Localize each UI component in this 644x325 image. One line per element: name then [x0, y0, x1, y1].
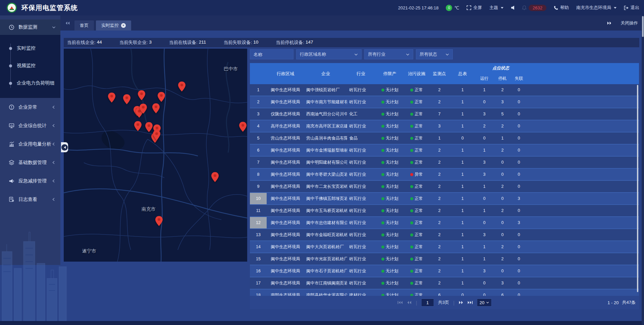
table-row[interactable]: 11阆中生态环境局阆中市五马桥页岩机砖砖瓦行业无计划正常21120 — [250, 205, 639, 216]
table-row[interactable]: 12阆中生态环境局阆中市忠信建材有限公砖瓦行业无计划正常21003 — [250, 217, 639, 228]
map-pin-icon[interactable] — [153, 130, 160, 140]
cell-facility: 正常 — [405, 268, 428, 274]
page-number-input[interactable] — [421, 299, 434, 307]
chevron-left-icon — [52, 179, 56, 183]
cell-meters: 1 — [450, 172, 475, 177]
table-row[interactable]: 1阆中生态环境局阆中强锐页岩砖厂砖瓦行业无计划正常21120 — [250, 84, 639, 96]
table-row[interactable]: 7阆中生态环境局阆中明阳建材有限公司砖瓦行业无计划正常21300 — [250, 157, 639, 168]
map-pin-icon[interactable] — [211, 172, 219, 182]
sidebar-item-emergency-reduction[interactable]: 应急减排管理 — [0, 172, 60, 190]
chevron-left-icon — [52, 142, 56, 146]
industry-select[interactable]: 所有行业 — [364, 49, 413, 59]
close-icon[interactable]: ✕ — [121, 23, 126, 28]
cell-meters: 1 — [450, 112, 475, 116]
last-page-button[interactable] — [468, 301, 473, 305]
table-row[interactable]: 5营山生态环境局营山县润丰肉食品有限食品无计划正常10010 — [250, 132, 639, 144]
map-pin-icon[interactable] — [134, 121, 142, 131]
table-row[interactable]: 15阆中生态环境局阆中市光富页岩机砖厂砖瓦行业无计划正常21120 — [250, 253, 639, 265]
prev-page-button[interactable] — [407, 301, 412, 305]
table-row[interactable]: 18南部生态环境局南部县砖华水泥有限公建材行业无计划正常60060 — [250, 289, 639, 296]
sidebar-item-log-view[interactable]: 日志查看 — [0, 190, 60, 209]
map-pin-icon[interactable] — [178, 82, 185, 92]
status-dot-icon — [381, 209, 384, 212]
page-size-select[interactable]: 20 — [477, 299, 491, 307]
map-pin-icon[interactable] — [145, 122, 153, 132]
tabs-scroll-right-icon[interactable] — [607, 21, 612, 25]
sidebar-collapse-button[interactable] — [61, 142, 68, 152]
table-row[interactable]: 14阆中生态环境局阆中大兴页岩机砖厂砖瓦行业无计划正常21120 — [250, 241, 639, 253]
map-pin-icon[interactable] — [123, 94, 130, 104]
logout-button[interactable]: 退出 — [624, 5, 639, 11]
table-row[interactable]: 10阆中生态环境局阆中千佛镇五郎垭页岩砖瓦行业无计划正常21003 — [250, 193, 639, 204]
sidebar-item-power-load-detail[interactable]: 企业电力负荷明细 — [0, 74, 60, 92]
sidebar-item-base-data[interactable]: 基础数据管理 — [0, 153, 60, 172]
cell-lost: 0 — [511, 281, 527, 285]
status-select[interactable]: 所有状态 — [416, 49, 453, 59]
tabs-scroll-left-icon[interactable] — [65, 21, 70, 25]
sidebar-item-enterprise-stats[interactable]: 企业综合统计 — [0, 116, 60, 135]
notifications[interactable]: 2632 — [522, 5, 546, 11]
cell-industry: 砖瓦行业 — [347, 99, 375, 105]
cell-meters: 1 — [450, 148, 475, 153]
table-row[interactable]: 16阆中生态环境局阆中市石子页岩机砖厂砖瓦行业无计划正常21300 — [250, 265, 639, 277]
temperature-unit: ℃ — [454, 5, 459, 10]
map-pin-icon[interactable] — [140, 104, 147, 114]
table-row[interactable]: 4高坪生态环境局南充市高坪区王家店建砖瓦行业无计划正常31220 — [250, 120, 639, 132]
map-roads — [64, 49, 247, 262]
layers-icon — [9, 160, 14, 165]
cell-company: 阆中市忠信建材有限公 — [304, 220, 347, 226]
next-page-button[interactable] — [459, 301, 464, 305]
map-pin-icon[interactable] — [155, 216, 163, 226]
tab-realtime[interactable]: 实时监控✕ — [96, 20, 131, 31]
region-select[interactable]: 行政区域名称 — [296, 49, 362, 59]
column-header-points: 监测点 — [428, 63, 450, 84]
cell-lost: 0 — [511, 100, 527, 104]
close-operations-button[interactable]: 关闭操作 — [621, 20, 638, 26]
sidebar-item-data-monitoring[interactable]: 数据监测 — [0, 19, 60, 35]
map-pin-icon[interactable] — [152, 103, 160, 113]
help-button[interactable]: 帮助 — [554, 5, 569, 11]
cell-index: 6 — [250, 145, 267, 156]
map-panel[interactable]: 巴中市南充市遂宁市 — [64, 49, 247, 262]
page-scrollbar-thumb[interactable] — [642, 16, 644, 37]
cell-stop: 5 — [494, 112, 511, 116]
page-scrollbar[interactable] — [642, 15, 644, 325]
table-row[interactable]: 3仪陇生态环境局西南油气田分公司川中化工无计划正常71350 — [250, 108, 639, 120]
cell-region: 阆中生态环境局 — [267, 256, 304, 262]
sidebar-item-enterprise-abnormal[interactable]: 企业异常 — [0, 98, 60, 116]
map-pin-icon[interactable] — [138, 90, 145, 100]
cell-run: 3 — [475, 269, 494, 273]
table-scrollbar[interactable] — [637, 85, 638, 292]
table-row[interactable]: 2阆中生态环境局阆中市南方节能建材有砖瓦行业无计划正常21030 — [250, 96, 639, 108]
table-row[interactable]: 13阆中生态环境局阆中市金福旺页岩机砖砖瓦行业无计划正常21300 — [250, 229, 639, 240]
table-row[interactable]: 8阆中生态环境局阆中市枣碧大梁山页岩砖瓦行业无计划异常21300 — [250, 169, 639, 180]
table-row[interactable]: 9阆中生态环境局阆中市二龙长宝页岩砖砖瓦行业无计划正常21120 — [250, 181, 639, 192]
name-search-input[interactable] — [250, 49, 293, 59]
map-pin-icon[interactable] — [158, 92, 165, 102]
column-header-filler — [527, 63, 639, 84]
theme-dropdown[interactable]: 主题 — [489, 5, 503, 11]
column-header-company: 企业 — [304, 63, 347, 84]
stat-value: 44 — [97, 40, 102, 46]
cell-points: 2 — [428, 100, 450, 104]
cell-index: 17 — [250, 277, 267, 289]
tab-home[interactable]: 首页 — [74, 20, 94, 31]
table-row[interactable]: 6阆中生态环境局阆中市金博瑞新型墙材砖瓦行业无计划正常21120 — [250, 145, 639, 156]
cell-meters: 1 — [450, 220, 475, 225]
cell-company: 阆中市金福旺页岩机砖 — [304, 232, 347, 238]
cell-run: 0 — [475, 100, 494, 104]
map-pin-icon[interactable] — [239, 122, 247, 132]
cell-meters: 1 — [450, 196, 475, 201]
sidebar-item-realtime-monitoring[interactable]: 实时监控 — [0, 40, 60, 57]
sidebar-item-video-monitoring[interactable]: 视频监控 — [0, 57, 60, 74]
table-row[interactable]: 17阆中生态环境局阆中市江南镇阆南页岩砖瓦行业无计划正常21030 — [250, 277, 639, 289]
map-pin-icon[interactable] — [108, 93, 115, 103]
cell-points: 2 — [428, 172, 450, 177]
status-dot-icon — [410, 197, 413, 200]
mute-button[interactable] — [511, 5, 515, 10]
fullscreen-button[interactable]: 全屏 — [467, 5, 482, 11]
organization-dropdown[interactable]: 南充市生态环境局 — [576, 5, 616, 11]
first-page-button[interactable] — [397, 301, 403, 305]
sidebar-item-power-analysis[interactable]: 企业用电量分析 — [0, 135, 60, 153]
cell-index: 10 — [250, 193, 267, 204]
